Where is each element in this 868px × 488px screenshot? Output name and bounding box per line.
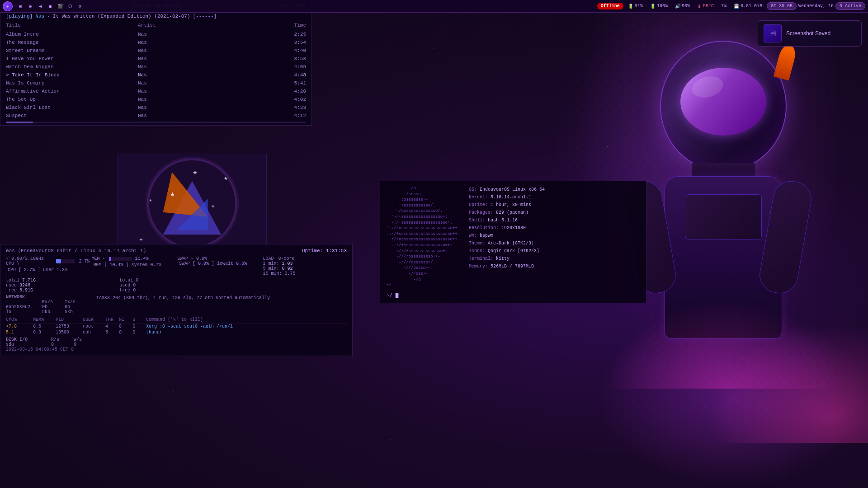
track-artist: Nas	[138, 72, 270, 78]
track-time: 3:54	[270, 40, 306, 45]
launcher-icon: ◈	[6, 4, 9, 9]
music-track-row[interactable]: The MessageNas3:54	[0, 38, 311, 47]
online-btn[interactable]: 0 Active	[835, 2, 865, 10]
process-row: >7.0 0.6 12753 root 4 0 S Xorg :0 -seat …	[6, 324, 347, 329]
track-artist: Nas	[138, 32, 270, 37]
neofetch-info-row: Terminal: kitty	[469, 255, 545, 263]
taskbar: ◈ ▣ ◉ ◀ ◼ 🎬 ⬡ ⚙ Offline 🔋 91% 🔋 100% 🔊 9…	[0, 0, 868, 13]
temp-stat: 🌡 55°C	[694, 4, 717, 9]
taskbar-icon-6[interactable]: ⬡	[66, 2, 74, 10]
neofetch-info-row: Packages: 829 (pacman)	[469, 209, 545, 216]
taskbar-icon-4[interactable]: ◼	[46, 2, 54, 10]
music-now-playing: [playing] Nas - It Was Written (Expanded…	[0, 12, 311, 21]
neofetch-info-row: WM: bspwm	[469, 232, 545, 239]
track-artist: Nas	[138, 89, 270, 94]
process-rows: >7.0 0.6 12753 root 4 0 S Xorg :0 -seat …	[6, 324, 347, 335]
mem-pct-display: 10.4%	[135, 256, 149, 261]
track-time: 2:25	[270, 32, 306, 37]
music-track-row[interactable]: Black Girl LostNas4:23	[0, 103, 311, 112]
date-display: Wednesday, 16	[798, 4, 834, 9]
taskbar-icon-2[interactable]: ◉	[26, 2, 34, 10]
mem-free-row: free 6.91G	[6, 288, 119, 293]
music-track-row[interactable]: I Gave You PowerNas3:53	[0, 55, 311, 63]
terminal-prompt[interactable]: ~/ █	[387, 293, 640, 298]
music-scrollbar-thumb	[6, 122, 33, 123]
track-title: Suspect	[6, 113, 138, 118]
load-section: LOAD 8-core 1 min: 1.03 5 min: 0.92 15 m…	[263, 256, 347, 276]
track-title: The Set Up	[6, 97, 138, 102]
track-time: 4:02	[270, 97, 306, 102]
swap-section: SWAP - 0.0% SWAP [ 0.0% ] iowait 0.6%	[177, 256, 261, 276]
disk-section: DISK I/O R/s W/s sda 0 0 2022-03-16 04:0…	[6, 337, 347, 352]
neofetch-info-row: Icons: Qogir-dark [GTK2/3]	[469, 247, 545, 255]
neofetch-info-row: Kernel: 5.16.14-arch1-1	[469, 193, 545, 201]
offline-indicator: Offline	[597, 3, 623, 9]
track-artist: Nas	[138, 40, 270, 45]
album-art-inner	[118, 154, 266, 253]
ram-icon: 💾	[734, 4, 739, 9]
track-title: Watch Dem Niggas	[6, 64, 138, 70]
music-scrollbar[interactable]	[6, 122, 306, 123]
track-title: Affirmative Action	[6, 89, 138, 94]
track-title: Nas Is Coming	[6, 80, 138, 86]
music-track-row[interactable]: > Take It In Blood Nas4:48	[0, 71, 311, 79]
cpu-section: - 0.00/3.10GHz CPU \ 2.7% CPU [ 2.7% ] u…	[6, 256, 90, 276]
music-panel: 0:29/4:48 Take It In Blood Vol: 100% [pl…	[0, 0, 312, 126]
ram-stat: 💾 0.81 GiB	[731, 4, 765, 9]
swap-used-row: used 0	[119, 283, 233, 288]
taskbar-icon-1[interactable]: ▣	[16, 2, 24, 10]
music-track-row[interactable]: Nas Is ComingNas5:41	[0, 79, 311, 87]
taskbar-icon-7[interactable]: ⚙	[76, 2, 84, 10]
track-time: 4:12	[270, 113, 306, 118]
track-time: 4:05	[270, 64, 306, 70]
album-art	[118, 154, 267, 253]
neofetch-info-row: Uptime: 1 hour, 30 mins	[469, 201, 545, 209]
sysmon-hostname: eos (EndeavourOS 64bit / Linux 5.16.14-a…	[6, 248, 146, 253]
neofetch-logo: ./o. ./sssso- `:osssssss+- `:+ssssssssss…	[387, 186, 460, 288]
music-track-row[interactable]: Watch Dem NiggasNas4:05	[0, 63, 311, 71]
track-time: 4:40	[270, 48, 306, 53]
cpu-stat: 7%	[718, 4, 729, 9]
battery2-stat: 🔋 100%	[647, 4, 670, 9]
gpu-btn[interactable]: GT 30 GB	[767, 2, 797, 10]
swap-free-row: free 0	[119, 288, 233, 293]
music-track-row[interactable]: Album IntroNas2:25	[0, 30, 311, 38]
music-track-row[interactable]: The Set UpNas4:02	[0, 95, 311, 103]
neofetch-info: OS: EndeavourOS Linux x86_64Kernel: 5.16…	[469, 186, 545, 288]
volume-stat: 🔊 90%	[672, 4, 693, 9]
cpu-bar	[56, 259, 61, 263]
network-section: NETWORK Rx/s Tx/s enp25s0u2 0b 0b lo 5kb…	[6, 295, 96, 314]
battery-icon: 🔋	[628, 4, 633, 9]
taskbar-icon-3[interactable]: ◀	[36, 2, 44, 10]
screenshot-icon: 🖥	[769, 29, 777, 38]
process-row: 5.1 0.8 13500 cph 5 0 S thunar	[6, 329, 347, 335]
neofetch-info-row: Resolution: 868x488	[469, 224, 545, 232]
track-artist: Nas	[138, 97, 270, 102]
music-track-row[interactable]: Street DreamsNas4:40	[0, 47, 311, 55]
swap-total-row: total 0	[119, 278, 233, 283]
taskbar-icon-5[interactable]: 🎬	[56, 2, 64, 10]
track-artist: Nas	[138, 56, 270, 61]
neofetch-info-row: Shell: bash 5.1.16	[469, 216, 545, 224]
neofetch-container: ./o. ./sssso- `:osssssss+- `:+ssssssssss…	[387, 186, 640, 288]
track-time: 4:23	[270, 105, 306, 110]
track-artist: Nas	[138, 113, 270, 118]
process-table: CPU%MEM%PIDUSERTHRNISCommand ('k' to kil…	[6, 316, 347, 335]
temp-icon: 🌡	[697, 4, 702, 9]
album-art-svg	[118, 154, 266, 253]
music-track-row[interactable]: Affirmative ActionNas4:20	[0, 87, 311, 95]
battery2-icon: 🔋	[650, 4, 656, 9]
track-title: The Message	[6, 40, 138, 45]
mem-used-row: used 824M	[6, 283, 119, 288]
music-tracklist: Album IntroNas2:25The MessageNas3:54Stre…	[0, 30, 311, 120]
tasks-info: TASKS 204 (309 thr), 1 run, 126 slp, 77 …	[96, 295, 347, 314]
track-artist: Nas	[138, 64, 270, 70]
sysmon-panel: eos (EndeavourOS 64bit / Linux 5.16.14-a…	[0, 244, 353, 356]
track-title: Street Dreams	[6, 48, 138, 53]
music-track-row[interactable]: SuspectNas4:12	[0, 112, 311, 120]
screenshot-text: Screenshot Saved	[786, 30, 830, 37]
launcher-button[interactable]: ◈	[3, 1, 13, 11]
screenshot-notification: 🖥 Screenshot Saved	[758, 20, 862, 47]
mem-total-row: total 7.71G	[6, 278, 119, 283]
track-title: I Gave You Power	[6, 56, 138, 61]
